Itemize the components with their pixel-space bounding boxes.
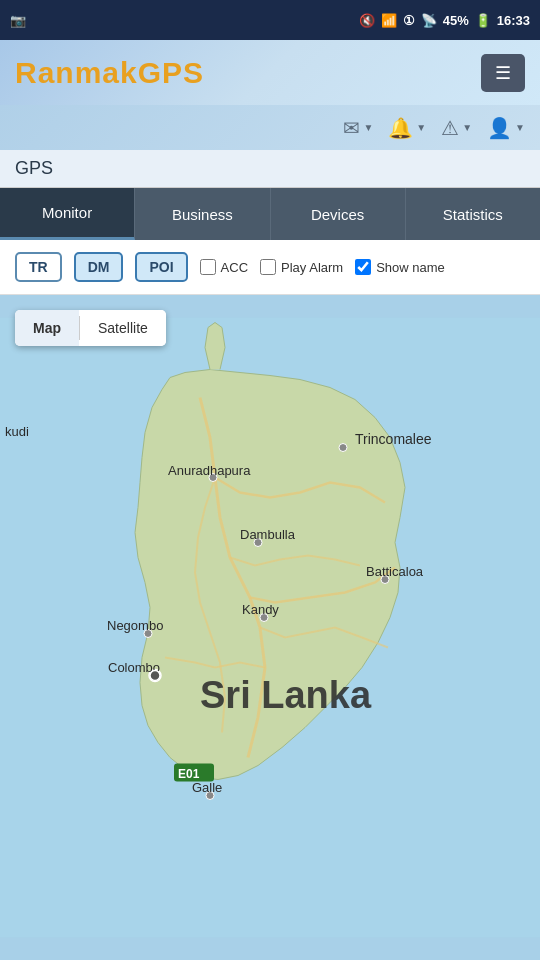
show-name-checkbox-group: Show name (355, 259, 445, 275)
map-svg: Trincomalee Anuradhapura Dambulla Battic… (0, 295, 540, 960)
status-right: 🔇 📶 ① 📡 45% 🔋 16:33 (359, 13, 530, 28)
sim-icon: ① (403, 13, 415, 28)
tab-monitor-label: Monitor (42, 204, 92, 221)
bell-dropdown-arrow: ▼ (416, 122, 426, 133)
tab-business[interactable]: Business (135, 188, 270, 240)
menu-button[interactable]: ☰ (481, 54, 525, 92)
user-icon: 👤 (487, 116, 512, 140)
tab-business-label: Business (172, 206, 233, 223)
svg-text:Batticaloa: Batticaloa (366, 564, 424, 579)
header: RanmakGPS ☰ (0, 40, 540, 105)
gps-label-bar: GPS (0, 150, 540, 188)
email-icon: ✉ (343, 116, 360, 140)
gps-label: GPS (15, 158, 53, 178)
nav-tabs: Monitor Business Devices Statistics (0, 188, 540, 240)
alert-dropdown-arrow: ▼ (462, 122, 472, 133)
tab-statistics[interactable]: Statistics (406, 188, 540, 240)
svg-text:Dambulla: Dambulla (240, 527, 296, 542)
user-icon-button[interactable]: 👤 ▼ (487, 116, 525, 140)
battery-icon: 🔋 (475, 13, 491, 28)
toolbar-icons: ✉ ▼ 🔔 ▼ ⚠ ▼ 👤 ▼ (0, 105, 540, 150)
tab-devices[interactable]: Devices (271, 188, 406, 240)
svg-point-21 (150, 671, 160, 681)
wifi-icon: 📶 (381, 13, 397, 28)
acc-checkbox-group: ACC (200, 259, 248, 275)
mute-icon: 🔇 (359, 13, 375, 28)
email-dropdown-arrow: ▼ (363, 122, 373, 133)
acc-checkbox[interactable] (200, 259, 216, 275)
poi-button[interactable]: POI (135, 252, 187, 282)
email-icon-button[interactable]: ✉ ▼ (343, 116, 373, 140)
map-container[interactable]: Map Satellite Trincomalee Anuradhapu (0, 295, 540, 960)
play-alarm-checkbox[interactable] (260, 259, 276, 275)
svg-text:Kandy: Kandy (242, 602, 279, 617)
controls-row: TR DM POI ACC Play Alarm Show name (0, 240, 540, 295)
alert-icon: ⚠ (441, 116, 459, 140)
tab-statistics-label: Statistics (443, 206, 503, 223)
svg-text:Galle: Galle (192, 780, 222, 795)
signal-icon: 📡 (421, 13, 437, 28)
show-name-label: Show name (376, 260, 445, 275)
bell-icon-button[interactable]: 🔔 ▼ (388, 116, 426, 140)
svg-text:Trincomalee: Trincomalee (355, 431, 432, 447)
show-name-checkbox[interactable] (355, 259, 371, 275)
dm-button[interactable]: DM (74, 252, 124, 282)
map-switcher: Map Satellite (15, 310, 166, 346)
svg-text:Negombo: Negombo (107, 618, 163, 633)
map-type-satellite-button[interactable]: Satellite (80, 310, 166, 346)
time-display: 16:33 (497, 13, 530, 28)
svg-point-1 (339, 444, 347, 452)
status-left: 📷 (10, 13, 26, 28)
battery-percent: 45% (443, 13, 469, 28)
status-bar: 📷 🔇 📶 ① 📡 45% 🔋 16:33 (0, 0, 540, 40)
svg-text:kudi: kudi (5, 424, 29, 439)
svg-text:E01: E01 (178, 767, 200, 781)
user-dropdown-arrow: ▼ (515, 122, 525, 133)
tr-button[interactable]: TR (15, 252, 62, 282)
app-title: RanmakGPS (15, 56, 204, 90)
tab-monitor[interactable]: Monitor (0, 188, 135, 240)
acc-label: ACC (221, 260, 248, 275)
bell-icon: 🔔 (388, 116, 413, 140)
alert-icon-button[interactable]: ⚠ ▼ (441, 116, 472, 140)
map-type-map-button[interactable]: Map (15, 310, 79, 346)
svg-text:Anuradhapura: Anuradhapura (168, 463, 251, 478)
play-alarm-checkbox-group: Play Alarm (260, 259, 343, 275)
gallery-icon: 📷 (10, 13, 26, 28)
tab-devices-label: Devices (311, 206, 364, 223)
play-alarm-label: Play Alarm (281, 260, 343, 275)
svg-text:Sri Lanka: Sri Lanka (200, 674, 372, 716)
